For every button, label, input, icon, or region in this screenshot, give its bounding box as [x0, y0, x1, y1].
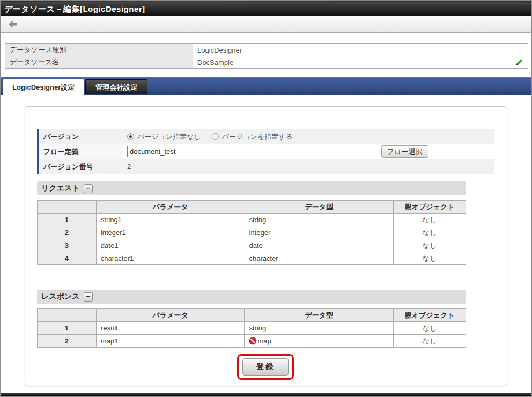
page-footer	[1, 391, 531, 396]
parameter-cell: date1	[96, 239, 245, 252]
row-number: 3	[38, 239, 97, 252]
parameter-cell: integer1	[96, 226, 245, 239]
tab-logicdesigner-settings[interactable]: LogicDesigner設定	[3, 79, 84, 95]
datatype-cell: date	[245, 239, 394, 252]
application-window: データソース－編集[LogicDesigner] データソース種別 LogicD…	[0, 0, 532, 397]
red-highlight-annotation: 登録	[237, 354, 294, 380]
flow-value-area: フロー選択	[123, 144, 494, 159]
page-title: データソース－編集[LogicDesigner]	[1, 2, 531, 16]
response-section-title: レスポンス	[41, 292, 80, 302]
datatype-cell: integer	[245, 226, 394, 239]
header-parent-object: 親オブジェクト	[394, 201, 466, 214]
table-header-row: パラメータ データ型 親オブジェクト	[38, 309, 466, 322]
datasource-type-value: LogicDesigner	[193, 44, 528, 56]
submit-area: 登録	[37, 354, 494, 380]
settings-panel: バージョン バージョン指定なし バージョンを指定する フロー定義 フロー選択	[25, 106, 507, 386]
edit-pencil-icon[interactable]	[514, 58, 523, 69]
parameter-cell: string1	[96, 214, 245, 226]
parameter-cell: map1	[96, 335, 245, 348]
request-table: パラメータ データ型 親オブジェクト 1 string1 string なし 2…	[37, 200, 466, 265]
table-row: データソース名 DocSample	[5, 56, 528, 69]
table-row: 2 map1 map なし	[38, 335, 466, 348]
datatype-cell: string	[245, 214, 394, 226]
radio-version-specify-label[interactable]: バージョンを指定する	[222, 132, 293, 142]
parent-cell: なし	[394, 335, 466, 348]
parent-cell: なし	[394, 252, 466, 265]
parent-cell: なし	[394, 226, 466, 239]
version-number-value: 2	[123, 159, 494, 174]
response-collapse-button[interactable]: −	[84, 292, 93, 302]
response-section-header: レスポンス −	[37, 290, 466, 304]
tab-bar: LogicDesigner設定 管理会社設定	[1, 77, 531, 95]
datasource-type-label: データソース種別	[5, 44, 193, 56]
tab-admin-company-settings[interactable]: 管理会社設定	[85, 79, 147, 94]
datasource-name-text: DocSample	[197, 58, 233, 67]
table-row: 4 character1 character なし	[38, 252, 466, 265]
version-form: バージョン バージョン指定なし バージョンを指定する フロー定義 フロー選択	[37, 129, 495, 174]
datasource-name-value: DocSample	[193, 56, 528, 69]
row-number: 1	[38, 214, 97, 226]
request-section-header: リクエスト −	[37, 181, 466, 195]
header-number	[38, 309, 97, 322]
parent-cell: なし	[394, 322, 466, 335]
toolbar	[1, 16, 531, 33]
version-label: バージョン	[37, 129, 123, 144]
radio-version-none[interactable]	[127, 133, 134, 140]
tab-content-area: バージョン バージョン指定なし バージョンを指定する フロー定義 フロー選択	[1, 95, 531, 391]
back-arrow-icon	[8, 20, 18, 28]
row-number: 2	[38, 335, 97, 348]
row-number: 4	[38, 252, 97, 265]
form-row-version-number: バージョン番号 2	[37, 159, 494, 174]
header-datatype: データ型	[245, 201, 394, 214]
table-row: 1 string1 string なし	[38, 214, 466, 226]
request-collapse-button[interactable]: −	[84, 184, 93, 193]
row-number: 2	[38, 226, 97, 239]
header-parent-object: 親オブジェクト	[394, 309, 466, 322]
form-row-flow: フロー定義 フロー選択	[37, 144, 494, 159]
parent-cell: なし	[394, 214, 466, 226]
header-number	[38, 201, 97, 214]
flow-label: フロー定義	[37, 144, 123, 159]
table-row: データソース種別 LogicDesigner	[5, 44, 528, 56]
request-section-title: リクエスト	[41, 183, 80, 193]
back-button[interactable]	[1, 16, 25, 32]
table-row: 3 date1 date なし	[38, 239, 466, 252]
parameter-cell: result	[96, 322, 245, 335]
parent-cell: なし	[394, 239, 466, 252]
prohibited-icon	[249, 337, 257, 345]
version-number-label: バージョン番号	[37, 159, 123, 174]
radio-version-none-label[interactable]: バージョン指定なし	[137, 132, 201, 142]
radio-version-specify[interactable]	[212, 133, 219, 140]
datatype-cell: map	[245, 335, 394, 348]
datasource-info-table: データソース種別 LogicDesigner データソース名 DocSample	[5, 43, 528, 69]
header-parameter: パラメータ	[96, 309, 245, 322]
datatype-cell: string	[245, 322, 394, 335]
flow-definition-input[interactable]	[127, 146, 378, 157]
table-row: 2 integer1 integer なし	[38, 226, 466, 239]
form-row-version: バージョン バージョン指定なし バージョンを指定する	[37, 129, 494, 144]
header-parameter: パラメータ	[96, 201, 245, 214]
parameter-cell: character1	[96, 252, 245, 265]
footer-divider	[4, 391, 528, 391]
flow-select-button[interactable]: フロー選択	[381, 145, 428, 158]
version-options: バージョン指定なし バージョンを指定する	[123, 129, 494, 144]
row-number: 1	[38, 322, 97, 335]
footer-bar	[1, 393, 531, 396]
register-button[interactable]: 登録	[242, 358, 289, 376]
datasource-name-label: データソース名	[5, 56, 193, 69]
response-table: パラメータ データ型 親オブジェクト 1 result string なし 2 …	[37, 308, 466, 348]
header-datatype: データ型	[245, 309, 394, 322]
table-row: 1 result string なし	[38, 322, 466, 335]
datatype-cell: character	[245, 252, 394, 265]
table-header-row: パラメータ データ型 親オブジェクト	[38, 201, 466, 214]
datatype-text: map	[257, 337, 271, 345]
